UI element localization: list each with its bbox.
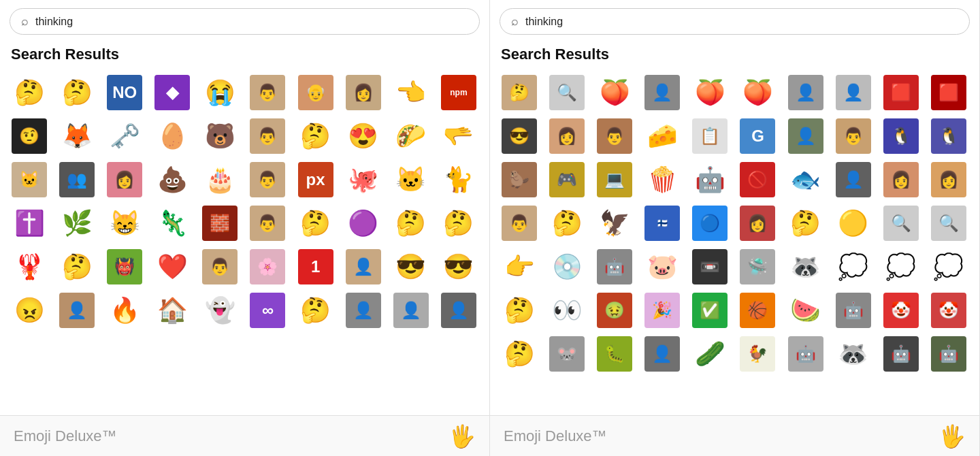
emoji-cell[interactable]: 👨 <box>199 246 241 288</box>
emoji-cell[interactable]: 😍 <box>342 115 385 157</box>
emoji-cell[interactable]: 🍿 <box>641 159 683 201</box>
emoji-cell[interactable]: 💻 <box>593 159 636 201</box>
emoji-cell[interactable]: 🤔 <box>546 202 588 244</box>
emoji-cell[interactable]: 🫳 <box>438 115 480 157</box>
emoji-cell[interactable]: 🤔 <box>498 71 540 114</box>
emoji-cell[interactable]: 👤 <box>438 289 480 331</box>
emoji-cell[interactable]: 👀 <box>546 289 588 331</box>
emoji-cell[interactable]: 🦝 <box>785 246 827 288</box>
emoji-cell[interactable]: 🐙 <box>342 159 385 201</box>
emoji-cell[interactable]: 👤 <box>342 246 385 288</box>
emoji-cell[interactable]: 🤔 <box>56 246 98 288</box>
emoji-cell[interactable]: 👨 <box>246 115 289 157</box>
emoji-cell[interactable]: 🐱 <box>8 159 50 201</box>
emoji-cell[interactable]: 🤔 <box>295 289 337 331</box>
emoji-cell[interactable]: ✅ <box>689 289 731 331</box>
emoji-cell[interactable]: 🤨 <box>8 115 50 157</box>
emoji-cell[interactable]: 🐷 <box>641 246 683 288</box>
emoji-cell[interactable]: 🤖 <box>689 159 731 201</box>
emoji-cell[interactable]: 🤖 <box>880 333 922 375</box>
emoji-cell[interactable]: 🐟 <box>785 159 827 201</box>
emoji-cell[interactable]: 📼 <box>689 246 731 288</box>
emoji-cell[interactable]: 🔍 <box>928 202 970 244</box>
emoji-cell[interactable]: px <box>295 159 337 201</box>
emoji-cell[interactable]: 👈 <box>390 71 432 114</box>
emoji-cell[interactable]: 😎 <box>438 246 480 288</box>
emoji-cell[interactable]: 👤 <box>390 289 432 331</box>
emoji-cell[interactable]: 💭 <box>928 246 970 288</box>
emoji-cell[interactable]: 🟥 <box>880 71 922 114</box>
emoji-cell[interactable]: 😠 <box>8 289 50 331</box>
emoji-cell[interactable]: 🔍 <box>546 71 588 114</box>
emoji-cell[interactable]: 👤 <box>641 71 683 114</box>
emoji-cell[interactable]: G <box>736 115 779 157</box>
emoji-cell[interactable]: 🐧 <box>880 115 922 157</box>
emoji-cell[interactable]: 🍑 <box>593 71 636 114</box>
emoji-cell[interactable]: 👥 <box>56 159 98 201</box>
emoji-cell[interactable]: 🚫 <box>736 159 779 201</box>
emoji-cell[interactable]: 👤 <box>342 289 385 331</box>
emoji-cell[interactable]: 👩 <box>928 159 970 201</box>
emoji-cell[interactable]: 🤔 <box>438 202 480 244</box>
emoji-cell[interactable]: 🏀 <box>736 289 779 331</box>
emoji-cell[interactable]: ❤️ <box>151 246 193 288</box>
emoji-cell[interactable]: 🎉 <box>641 289 683 331</box>
emoji-cell[interactable]: 🤖 <box>785 333 827 375</box>
emoji-cell[interactable]: 💭 <box>880 246 922 288</box>
emoji-cell[interactable]: 💩 <box>151 159 193 201</box>
emoji-cell[interactable]: 👨 <box>593 115 636 157</box>
right-search-input[interactable] <box>525 16 958 28</box>
emoji-cell[interactable]: 👻 <box>199 289 241 331</box>
emoji-cell[interactable]: 🔍 <box>880 202 922 244</box>
emoji-cell[interactable]: 🐧 <box>928 115 970 157</box>
emoji-cell[interactable]: 🛸 <box>736 246 779 288</box>
emoji-cell[interactable]: 🤔 <box>498 289 540 331</box>
emoji-cell[interactable]: 👨 <box>832 115 875 157</box>
emoji-cell[interactable]: 👤 <box>56 289 98 331</box>
emoji-cell[interactable]: 👹 <box>103 246 146 288</box>
emoji-cell[interactable]: 🐱 <box>390 159 432 201</box>
emoji-cell[interactable]: 👩 <box>546 115 588 157</box>
emoji-cell[interactable]: 🐭 <box>546 333 588 375</box>
emoji-cell[interactable]: ✝️ <box>8 202 50 244</box>
emoji-cell[interactable]: 💿 <box>546 246 588 288</box>
emoji-cell[interactable]: 🌮 <box>390 115 432 157</box>
emoji-cell[interactable]: 🧀 <box>641 115 683 157</box>
emoji-cell[interactable]: 👩 <box>103 159 146 201</box>
emoji-cell[interactable]: 🦎 <box>151 202 193 244</box>
emoji-cell[interactable]: 👨 <box>246 159 289 201</box>
emoji-cell[interactable]: 🤔 <box>295 115 337 157</box>
emoji-cell[interactable]: 🦝 <box>832 333 875 375</box>
emoji-cell[interactable]: 🤔 <box>56 71 98 114</box>
emoji-cell[interactable]: 🍉 <box>785 289 827 331</box>
emoji-cell[interactable]: 🤡 <box>928 289 970 331</box>
emoji-cell[interactable]: 🤔 <box>295 202 337 244</box>
emoji-cell[interactable]: 🌿 <box>56 202 98 244</box>
emoji-cell[interactable]: 🐈 <box>438 159 480 201</box>
emoji-cell[interactable]: 👤 <box>641 333 683 375</box>
emoji-cell[interactable]: 🥚 <box>151 115 193 157</box>
emoji-cell[interactable]: 👤 <box>832 159 875 201</box>
emoji-cell[interactable]: 👴 <box>295 71 337 114</box>
emoji-cell[interactable]: 👨 <box>246 71 289 114</box>
emoji-cell[interactable]: npm <box>438 71 480 114</box>
emoji-cell[interactable]: 🍑 <box>736 71 779 114</box>
emoji-cell[interactable]: 🐻 <box>199 115 241 157</box>
emoji-cell[interactable]: ◆ <box>151 71 193 114</box>
emoji-cell[interactable]: 🟥 <box>928 71 970 114</box>
emoji-cell[interactable]: 👤 <box>832 71 875 114</box>
emoji-cell[interactable]: 🦊 <box>56 115 98 157</box>
emoji-cell[interactable]: 🤢 <box>593 289 636 331</box>
left-emoji-grid-container[interactable]: 🤔🤔NO◆😭👨👴👩👈npm🤨🦊🗝️🥚🐻👨🤔😍🌮🫳🐱👥👩💩🎂👨px🐙🐱🐈✝️🌿😸🦎… <box>0 69 489 415</box>
emoji-cell[interactable]: 🟣 <box>342 202 385 244</box>
emoji-cell[interactable]: 🤔 <box>390 202 432 244</box>
emoji-cell[interactable]: 😸 <box>103 202 146 244</box>
emoji-cell[interactable]: 👉 <box>498 246 540 288</box>
emoji-cell[interactable]: 🤡 <box>880 289 922 331</box>
emoji-cell[interactable]: 😭 <box>199 71 241 114</box>
emoji-cell[interactable]: 🤔 <box>498 333 540 375</box>
emoji-cell[interactable]: NO <box>103 71 146 114</box>
emoji-cell[interactable]: 👩 <box>736 202 779 244</box>
emoji-cell[interactable]: ∞ <box>246 289 289 331</box>
emoji-cell[interactable]: 👩 <box>342 71 385 114</box>
